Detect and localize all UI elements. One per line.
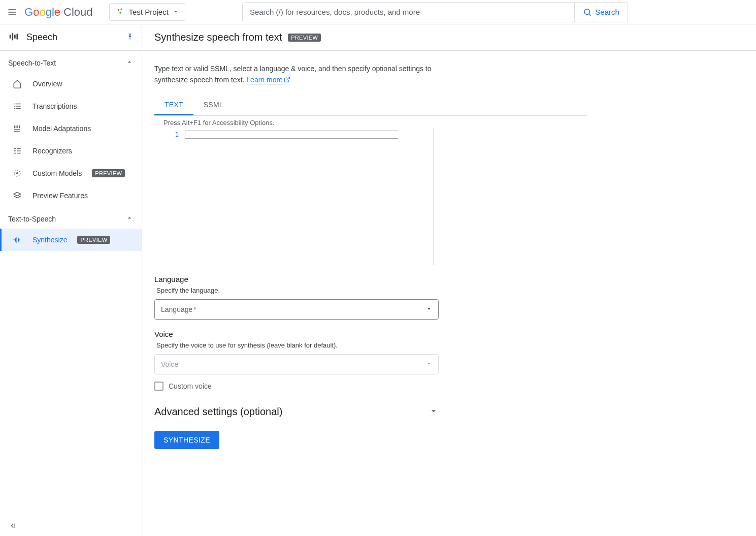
language-field-group: Language Specify the language. Language* [154,275,587,320]
preview-badge: PREVIEW [92,169,125,177]
pin-icon[interactable] [126,33,134,42]
sidebar-item-model-adaptations[interactable]: Model Adaptations [0,117,142,140]
editor-gutter: 1 [154,128,185,265]
svg-point-30 [17,173,18,174]
learn-more-link[interactable]: Learn more [246,76,283,84]
top-bar: Google Cloud Test Project Search [0,0,756,24]
chevron-up-icon [125,214,134,224]
svg-marker-31 [14,192,21,196]
page-title: Synthesize speech from text [154,31,282,43]
svg-line-38 [286,77,289,80]
svg-rect-19 [17,125,18,128]
project-picker[interactable]: Test Project [109,3,185,21]
input-tabs: TEXT SSML [154,96,587,116]
external-link-icon [284,76,290,84]
svg-point-4 [120,9,122,10]
layers-icon [12,191,22,200]
chevron-up-icon [125,58,134,68]
svg-rect-23 [14,148,16,149]
svg-rect-26 [17,150,21,151]
accessibility-hint: Press Alt+F1 for Accessibility Options. [154,116,587,128]
speech-product-icon [8,31,19,44]
sidebar-item-label: Overview [32,80,62,88]
synthesize-button[interactable]: SYNTHESIZE [154,431,219,449]
svg-rect-24 [17,148,21,149]
home-icon [12,79,22,88]
menu-icon[interactable] [6,6,18,18]
preview-badge: PREVIEW [77,236,110,244]
svg-point-5 [119,12,121,13]
sidebar-item-custom-models[interactable]: Custom Models PREVIEW [0,162,142,184]
tab-ssml[interactable]: SSML [193,96,234,115]
svg-rect-20 [19,125,20,128]
svg-rect-27 [14,153,16,154]
section-title: Speech-to-Text [8,59,56,67]
sidebar-item-transcriptions[interactable]: Transcriptions [0,95,142,117]
caret-down-icon [426,360,432,368]
sidebar-item-synthesize[interactable]: Synthesize PREVIEW [0,229,142,251]
svg-rect-10 [14,35,16,38]
search-bar: Search [242,2,628,22]
sidebar-title: Speech [26,32,57,43]
svg-rect-22 [14,131,20,132]
custom-voice-checkbox[interactable] [154,382,163,391]
sidebar-item-label: Recognizers [32,147,72,155]
svg-rect-18 [14,125,15,128]
svg-rect-15 [16,106,21,107]
sidebar-item-overview[interactable]: Overview [0,73,142,95]
sidebar-item-label: Synthesize [32,236,67,244]
advanced-settings-toggle[interactable]: Advanced settings (optional) [154,406,439,418]
language-select[interactable]: Language* [154,299,439,320]
caret-down-icon [426,305,432,313]
sidebar-item-recognizers[interactable]: Recognizers [0,140,142,162]
svg-rect-17 [16,108,21,109]
voice-heading: Voice [154,330,587,338]
sidebar-header: Speech [0,24,142,51]
svg-rect-25 [14,150,16,151]
svg-point-6 [584,9,590,15]
svg-rect-13 [16,104,21,105]
svg-rect-16 [14,108,15,109]
project-name: Test Project [129,8,169,16]
sidebar-item-label: Transcriptions [32,102,77,110]
tab-text[interactable]: TEXT [154,96,193,115]
list-icon [12,102,22,111]
custom-voice-row: Custom voice [154,382,587,391]
sidebar-item-label: Preview Features [32,192,88,200]
sidebar-item-preview-features[interactable]: Preview Features [0,184,142,207]
section-title: Text-to-Speech [8,215,56,223]
select-placeholder: Voice [161,360,178,368]
sidebar-section-speech-to-text[interactable]: Speech-to-Text [0,51,142,73]
svg-rect-12 [14,104,15,105]
page-header: Synthesize speech from text PREVIEW [142,24,756,51]
language-hint: Specify the language. [156,287,587,294]
preview-badge: PREVIEW [288,34,321,42]
svg-rect-21 [14,130,20,131]
advanced-heading: Advanced settings (optional) [154,406,282,418]
google-cloud-logo[interactable]: Google Cloud [24,6,93,19]
custom-voice-label: Custom voice [169,382,212,390]
svg-point-3 [117,9,119,11]
line-number: 1 [175,131,179,138]
language-heading: Language [154,275,587,283]
page-description: Type text or valid SSML, select a langua… [154,63,439,86]
sidebar-item-label: Custom Models [32,169,82,177]
collapse-sidebar-icon[interactable] [9,521,18,532]
text-editor[interactable]: 1 [154,128,434,265]
main-content: Synthesize speech from text PREVIEW Type… [142,24,756,536]
search-button[interactable]: Search [574,3,628,22]
bars-icon [12,124,22,133]
chevron-down-icon [429,406,439,418]
sidebar-section-text-to-speech[interactable]: Text-to-Speech [0,207,142,229]
svg-rect-14 [14,106,15,107]
search-input[interactable] [243,3,574,22]
select-placeholder: Language [161,305,192,313]
svg-rect-8 [10,35,11,38]
sidebar-item-label: Model Adaptations [32,124,91,133]
svg-rect-11 [17,34,18,40]
voice-select[interactable]: Voice [154,354,439,374]
lines-icon [12,146,22,155]
editor-body[interactable] [185,128,433,265]
svg-rect-9 [12,33,13,41]
voice-field-group: Voice Specify the voice to use for synth… [154,330,587,391]
